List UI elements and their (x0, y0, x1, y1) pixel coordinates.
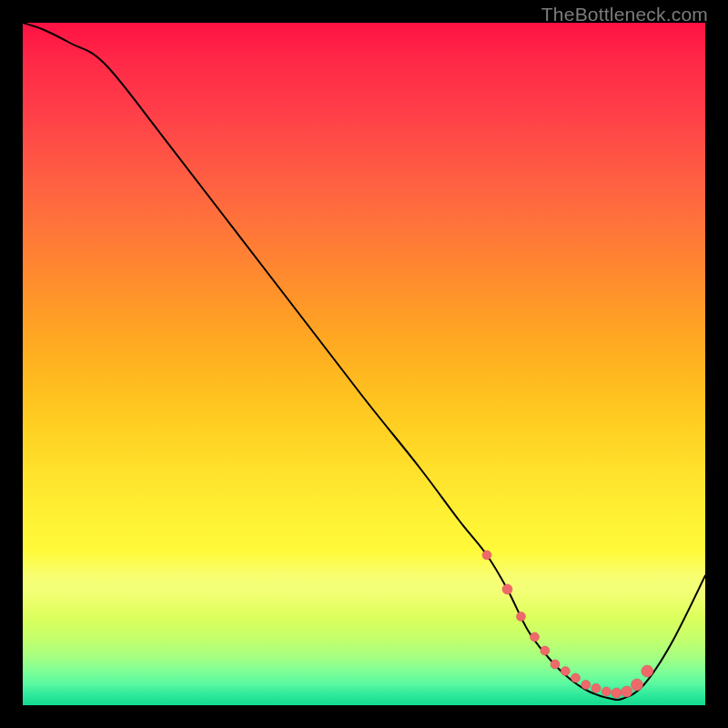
curve-marker (541, 646, 550, 655)
curve-layer (23, 23, 705, 705)
bottleneck-curve-path (23, 23, 705, 700)
curve-marker (502, 584, 512, 594)
marker-group (482, 551, 653, 698)
curve-marker (561, 667, 570, 676)
curve-marker (632, 679, 643, 691)
curve-marker (612, 688, 622, 698)
curve-marker (592, 683, 601, 693)
chart-stage: TheBottleneck.com (0, 0, 728, 728)
curve-marker (531, 632, 540, 642)
curve-marker (581, 681, 591, 690)
curve-marker (622, 686, 632, 697)
plot-area (23, 23, 705, 705)
curve-marker (482, 551, 491, 560)
curve-marker (642, 665, 653, 677)
curve-marker (551, 660, 560, 669)
curve-marker (602, 687, 611, 696)
curve-marker (517, 612, 526, 622)
curve-marker (571, 673, 581, 682)
watermark-text: TheBottleneck.com (541, 4, 708, 25)
